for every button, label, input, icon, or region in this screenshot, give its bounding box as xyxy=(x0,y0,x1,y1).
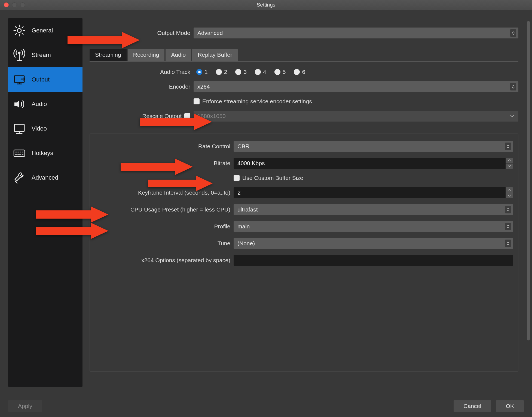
speaker-icon xyxy=(12,97,27,111)
keyframe-interval-value: 2 xyxy=(234,187,506,198)
audio-track-radio-2[interactable]: 2 xyxy=(216,69,227,75)
chevron-updown-icon xyxy=(505,206,511,213)
encoder-select[interactable]: x264 xyxy=(194,81,518,92)
radio-label: 4 xyxy=(263,69,266,75)
apply-button: Apply xyxy=(8,400,42,412)
antenna-icon xyxy=(12,48,27,62)
audio-track-label: Audio Track xyxy=(90,69,190,75)
svg-point-0 xyxy=(17,29,21,32)
sidebar-item-stream[interactable]: Stream xyxy=(8,43,82,67)
cpu-preset-select[interactable]: ultrafast xyxy=(234,204,513,215)
tune-value: (None) xyxy=(237,240,255,247)
encoder-label: Encoder xyxy=(90,83,190,90)
rate-control-select[interactable]: CBR xyxy=(234,141,513,152)
profile-value: main xyxy=(237,223,250,230)
svg-rect-4 xyxy=(14,150,25,156)
settings-main-panel: Output Mode Advanced Streaming Recording… xyxy=(82,10,532,395)
window-title: Settings xyxy=(0,2,532,8)
tune-label: Tune xyxy=(92,240,230,247)
titlebar: Settings xyxy=(0,0,532,10)
sidebar-item-label: Audio xyxy=(32,101,47,108)
bitrate-value: 4000 Kbps xyxy=(234,158,506,169)
encoder-value: x264 xyxy=(197,83,210,90)
radio-label: 2 xyxy=(224,69,227,75)
gear-icon xyxy=(12,23,27,38)
chevron-updown-icon xyxy=(505,223,511,230)
rescale-output-select: 1680x1050 xyxy=(194,111,518,122)
radio-label: 6 xyxy=(302,69,305,75)
tab-recording[interactable]: Recording xyxy=(128,49,165,61)
maximize-window-button[interactable] xyxy=(20,2,25,7)
chevron-down-icon xyxy=(508,112,516,120)
ok-button[interactable]: OK xyxy=(496,400,524,412)
rescale-output-placeholder: 1680x1050 xyxy=(197,113,226,119)
keyframe-interval-label: Keyframe Interval (seconds, 0=auto) xyxy=(92,189,230,196)
rescale-output-checkbox[interactable] xyxy=(184,113,190,119)
sidebar-item-label: General xyxy=(32,27,53,34)
chevron-updown-icon xyxy=(505,143,511,150)
sidebar-item-advanced[interactable]: Advanced xyxy=(8,165,82,190)
cpu-preset-label: CPU Usage Preset (higher = less CPU) xyxy=(92,206,230,213)
custom-buffer-checkbox[interactable] xyxy=(234,175,240,181)
output-mode-value: Advanced xyxy=(197,30,223,36)
close-window-button[interactable] xyxy=(4,2,9,7)
rescale-output-label: Rescale Output xyxy=(142,113,182,119)
sidebar-item-hotkeys[interactable]: Hotkeys xyxy=(8,141,82,165)
sidebar-item-video[interactable]: Video xyxy=(8,116,82,141)
sidebar-item-general[interactable]: General xyxy=(8,18,82,43)
chevron-updown-icon xyxy=(510,29,516,37)
sidebar-item-audio[interactable]: Audio xyxy=(8,92,82,116)
minimize-window-button[interactable] xyxy=(12,2,17,7)
tab-replay-buffer[interactable]: Replay Buffer xyxy=(192,49,238,61)
profile-label: Profile xyxy=(92,223,230,230)
x264-options-input[interactable] xyxy=(234,255,513,266)
sidebar-item-label: Advanced xyxy=(32,174,58,181)
svg-rect-3 xyxy=(14,124,24,131)
tab-streaming[interactable]: Streaming xyxy=(90,49,127,61)
bitrate-label: Bitrate xyxy=(92,160,230,167)
sidebar-item-label: Stream xyxy=(32,52,51,59)
radio-label: 3 xyxy=(243,69,247,75)
output-mode-label: Output Mode xyxy=(90,30,190,36)
settings-sidebar: General Stream Output Audio xyxy=(8,18,82,387)
enforce-encoder-checkbox[interactable] xyxy=(194,98,200,104)
keyframe-step-down[interactable] xyxy=(506,193,513,198)
audio-track-radio-5[interactable]: 5 xyxy=(274,69,286,75)
output-mode-select[interactable]: Advanced xyxy=(194,28,518,38)
cancel-button[interactable]: Cancel xyxy=(454,400,491,412)
monitor-out-icon xyxy=(12,72,27,87)
scrollbar[interactable] xyxy=(527,21,530,340)
audio-track-radio-4[interactable]: 4 xyxy=(255,69,266,75)
tab-audio[interactable]: Audio xyxy=(166,49,191,61)
radio-label: 5 xyxy=(283,69,286,75)
chevron-updown-icon xyxy=(505,240,511,247)
bitrate-step-down[interactable] xyxy=(506,164,513,169)
tools-icon xyxy=(12,170,27,185)
dialog-footer: Apply Cancel OK xyxy=(0,395,532,417)
sidebar-item-output[interactable]: Output xyxy=(8,67,82,92)
audio-track-radio-6[interactable]: 6 xyxy=(294,69,305,75)
rate-control-value: CBR xyxy=(237,143,249,150)
keyframe-step-up[interactable] xyxy=(506,187,513,193)
bitrate-step-up[interactable] xyxy=(506,158,513,164)
audio-track-radio-3[interactable]: 3 xyxy=(235,69,247,75)
audio-track-radios: 1 2 3 4 5 6 xyxy=(194,69,305,75)
sidebar-item-label: Output xyxy=(32,76,50,83)
rate-control-label: Rate Control xyxy=(92,143,230,150)
x264-options-label: x264 Options (separated by space) xyxy=(92,257,230,264)
enforce-encoder-label: Enforce streaming service encoder settin… xyxy=(202,98,312,105)
monitor-icon xyxy=(12,121,27,136)
cpu-preset-value: ultrafast xyxy=(237,206,258,213)
radio-label: 1 xyxy=(204,69,208,75)
keyboard-icon xyxy=(12,146,27,161)
profile-select[interactable]: main xyxy=(234,221,513,232)
tune-select[interactable]: (None) xyxy=(234,238,513,249)
sidebar-item-label: Video xyxy=(32,125,47,132)
chevron-updown-icon xyxy=(510,83,516,90)
bitrate-input[interactable]: 4000 Kbps xyxy=(234,158,513,169)
audio-track-radio-1[interactable]: 1 xyxy=(196,69,208,75)
custom-buffer-label: Use Custom Buffer Size xyxy=(242,175,303,181)
keyframe-interval-input[interactable]: 2 xyxy=(234,187,513,198)
sidebar-item-label: Hotkeys xyxy=(32,150,53,157)
